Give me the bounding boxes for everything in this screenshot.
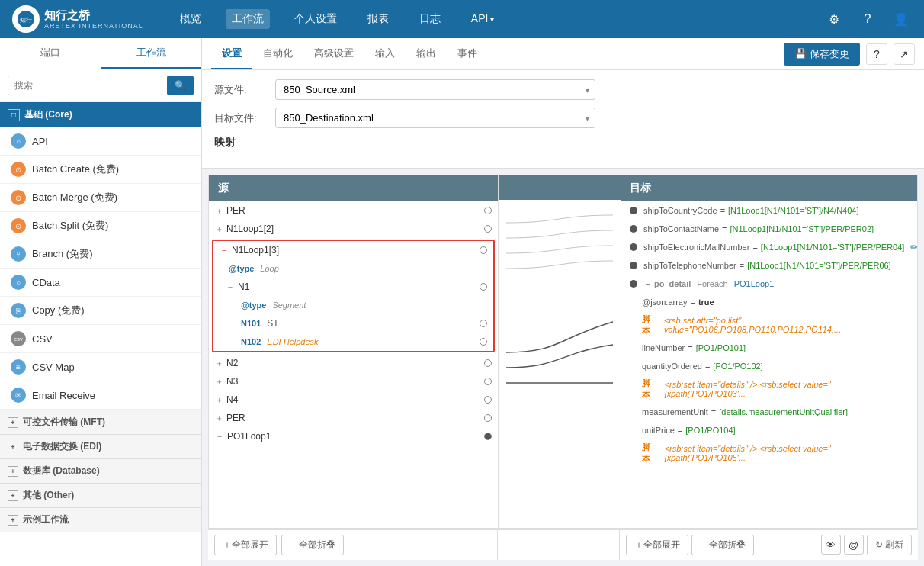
n2-circle	[484, 359, 492, 367]
tab-workflows[interactable]: 工作流	[101, 38, 201, 69]
at-btn[interactable]: @	[844, 535, 864, 555]
source-node-type-segment: @type Segment	[213, 296, 493, 314]
help-btn[interactable]: ?	[866, 43, 887, 65]
target-dot-2	[630, 243, 637, 251]
refresh-btn[interactable]: ↻ 刷新	[867, 535, 912, 555]
section-database-header[interactable]: + 数据库 (Database)	[0, 459, 201, 483]
target-entry-2: shipToElectronicMailNumber = [N1Loop1[N1…	[621, 238, 917, 256]
sidebar-item-batch-split[interactable]: ⊙ Batch Split (免费)	[0, 212, 201, 240]
tab-settings[interactable]: 设置	[211, 39, 252, 69]
tab-events[interactable]: 事件	[447, 39, 488, 69]
mapping-connector: .	[499, 175, 621, 528]
foreach-val: PO1Loop1	[734, 279, 775, 288]
section-edi-header[interactable]: + 电子数据交换 (EDI)	[0, 435, 201, 458]
tab-automation[interactable]: 自动化	[252, 39, 303, 69]
target-val-linenum: [PO1/PO101]	[696, 343, 746, 352]
target-entry-1: shipToContactName = [N1Loop1[N1/N101='ST…	[621, 220, 917, 238]
source-node-n1[interactable]: － N1	[213, 278, 493, 296]
mapping-target-panel: 目标 shipToCountryCode = [N1Loop1[N1/N101=…	[621, 175, 917, 528]
search-input[interactable]	[8, 76, 162, 95]
target-key-foreach: － po_detail	[643, 278, 691, 290]
node-val-edi-helpdesk: EDI Helpdesk	[267, 337, 318, 346]
nav-overview[interactable]: 概览	[174, 9, 207, 29]
section-other-header[interactable]: + 其他 (Other)	[0, 484, 201, 507]
collapse-all-source-btn[interactable]: －全部折叠	[281, 535, 344, 555]
node-key-n101: N101	[241, 319, 261, 328]
connector-svg	[499, 200, 621, 529]
source-node-n2[interactable]: ＋ N2	[209, 354, 498, 372]
top-navbar: 知行 知行之桥 ARETEX INTERNATIONAL 概览 工作流 个人设置…	[0, 0, 924, 38]
section-example-header[interactable]: + 示例工作流	[0, 508, 201, 532]
logo-icon: 知行	[12, 5, 40, 33]
search-button[interactable]: 🔍	[167, 76, 194, 95]
source-node-n1loop1-3[interactable]: － N1Loop1[3]	[213, 241, 493, 259]
source-node-type-loop: @type Loop	[213, 259, 493, 278]
plus-icon: ＋	[215, 205, 223, 217]
sidebar-item-csv-map[interactable]: ≡ CSV Map	[0, 353, 201, 381]
sidebar-item-csv[interactable]: csv CSV	[0, 325, 201, 353]
sidebar-item-branch[interactable]: ⑂ Branch (免费)	[0, 240, 201, 269]
tab-output[interactable]: 输出	[406, 39, 447, 69]
source-node-per2[interactable]: ＋ PER	[209, 409, 498, 427]
mft-label: 可控文件传输 (MFT)	[23, 416, 105, 429]
nav-reports[interactable]: 报表	[361, 9, 395, 29]
target-val-script1: <rsb:set attr="po.list" value="PO106,PO1…	[664, 316, 908, 334]
tab-advanced[interactable]: 高级设置	[303, 39, 364, 69]
gear-icon[interactable]: ⚙	[823, 8, 845, 30]
n1loop1-3-circle	[480, 246, 487, 254]
section-mft-header[interactable]: + 可控文件传输 (MFT)	[0, 410, 201, 434]
nav-settings[interactable]: 个人设置	[288, 9, 343, 29]
csv-label: CSV	[32, 333, 53, 345]
branch-icon: ⑂	[11, 246, 26, 262]
csv-icon: csv	[11, 331, 26, 346]
sidebar-item-email-receive[interactable]: ✉ Email Receive	[0, 381, 201, 410]
save-button[interactable]: 💾 保存变更	[784, 43, 860, 66]
source-file-select[interactable]: 850_Source.xml	[275, 79, 595, 100]
expand-all-target-btn[interactable]: ＋全部展开	[626, 535, 688, 555]
nav-api[interactable]: API	[465, 9, 500, 29]
node-key-type-seg: @type	[241, 301, 266, 310]
database-label: 数据库 (Database)	[23, 465, 100, 478]
tab-ports[interactable]: 端口	[0, 38, 101, 69]
tab-input[interactable]: 输入	[364, 39, 406, 69]
mapping-source-panel: 源 ＋ PER ＋ N1Loop1[2] －	[209, 175, 499, 528]
expand-all-source-btn[interactable]: ＋全部展开	[214, 535, 277, 555]
sidebar-item-batch-create[interactable]: ⊙ Batch Create (免费)	[0, 156, 201, 184]
target-footer: ＋全部展开 －全部折叠 👁 @ ↻ 刷新	[620, 530, 918, 560]
connector-header: .	[499, 175, 621, 200]
source-node-n4[interactable]: ＋ N4	[209, 391, 498, 409]
source-node-n101[interactable]: N101 ST	[213, 314, 493, 333]
sidebar-item-batch-merge[interactable]: ⊙ Batch Merge (免费)	[0, 184, 201, 212]
target-key-unitprice: unitPrice	[642, 426, 675, 435]
batch-merge-icon: ⊙	[11, 190, 26, 205]
source-node-n3[interactable]: ＋ N3	[209, 372, 498, 391]
per2-circle	[484, 414, 492, 422]
section-core-header[interactable]: □ 基础 (Core)	[0, 102, 201, 127]
save-label: 保存变更	[810, 47, 849, 61]
source-node-per[interactable]: ＋ PER	[209, 201, 498, 220]
node-key-n102: N102	[241, 337, 261, 346]
help-icon[interactable]: ?	[857, 8, 878, 30]
node-n1loop1-2: N1Loop1[2]	[226, 224, 274, 234]
nav-logs[interactable]: 日志	[413, 9, 447, 29]
source-node-n102[interactable]: N102 EDI Helpdesk	[213, 333, 493, 351]
sidebar-item-api[interactable]: ○ API	[0, 127, 201, 156]
email-receive-label: Email Receive	[32, 390, 95, 401]
eye-btn[interactable]: 👁	[821, 535, 841, 555]
target-entry-script-1: 脚本 <rsb:set attr="po.list" value="PO106,…	[621, 311, 917, 339]
target-key-script3: 脚本	[642, 442, 659, 465]
source-file-row: 源文件: 850_Source.xml ▾	[214, 79, 912, 100]
target-file-select[interactable]: 850_Destination.xml	[275, 108, 595, 128]
user-icon[interactable]: 👤	[890, 8, 912, 30]
target-val-2: [N1Loop1[N1/N101='ST']/PER/PER04]	[761, 243, 905, 252]
edit-icon-2[interactable]: ✏	[910, 242, 917, 252]
source-footer: ＋全部展开 －全部折叠	[208, 530, 498, 560]
sidebar-item-cdata[interactable]: ○ CData	[0, 269, 201, 297]
nav-workflow[interactable]: 工作流	[226, 9, 270, 29]
collapse-all-target-btn[interactable]: －全部折叠	[691, 535, 754, 555]
sidebar-item-copy[interactable]: ⎘ Copy (免费)	[0, 297, 201, 325]
source-node-n1loop1-2[interactable]: ＋ N1Loop1[2]	[209, 220, 498, 238]
source-node-po1loop1[interactable]: － PO1Loop1	[209, 427, 498, 445]
external-link-btn[interactable]: ↗	[894, 43, 915, 65]
mapping-area: 源 ＋ PER ＋ N1Loop1[2] －	[202, 169, 924, 566]
